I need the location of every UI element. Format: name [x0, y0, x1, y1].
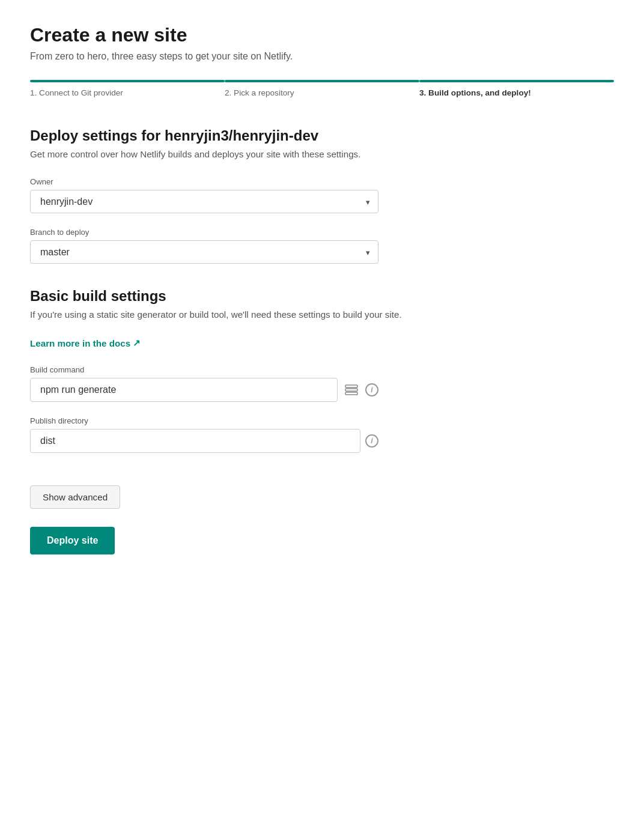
deploy-button-container: Deploy site	[30, 527, 614, 554]
build-command-input-row: i	[30, 378, 378, 402]
deploy-settings-subtitle: Get more control over how Netlify builds…	[30, 149, 614, 159]
svg-rect-2	[345, 392, 357, 395]
publish-dir-input-row: i	[30, 429, 378, 453]
publish-dir-label: Publish directory	[30, 416, 378, 425]
learn-more-label: Learn more in the docs	[30, 338, 130, 348]
page-subtitle: From zero to hero, three easy steps to g…	[30, 51, 614, 62]
learn-more-arrow-icon: ↗	[133, 338, 141, 348]
branch-select[interactable]: master main develop	[30, 240, 378, 264]
page-title: Create a new site	[30, 24, 614, 46]
step-2-bar	[225, 80, 419, 82]
build-command-info-icon: i	[365, 383, 378, 396]
owner-select-wrapper: henryjin-dev ▾	[30, 190, 378, 213]
branch-field-group: Branch to deploy master main develop ▾	[30, 228, 378, 264]
publish-dir-input[interactable]	[30, 429, 360, 453]
step-3-bar	[419, 80, 614, 82]
step-3-label: 3. Build options, and deploy!	[419, 86, 614, 97]
build-settings-title: Basic build settings	[30, 288, 614, 305]
steps-progress: 1. Connect to Git provider 2. Pick a rep…	[30, 80, 614, 97]
deploy-settings-title: Deploy settings for henryjin3/henryjin-d…	[30, 127, 614, 144]
step-1: 1. Connect to Git provider	[30, 80, 225, 97]
build-command-input[interactable]	[30, 378, 338, 402]
step-2-label: 2. Pick a repository	[225, 86, 419, 97]
owner-field-group: Owner henryjin-dev ▾	[30, 177, 378, 213]
deploy-site-button[interactable]: Deploy site	[30, 527, 115, 554]
step-1-bar	[30, 80, 225, 82]
build-command-field-group: Build command i	[30, 365, 378, 402]
publish-dir-field-group: Publish directory i	[30, 416, 378, 453]
step-1-label: 1. Connect to Git provider	[30, 86, 225, 97]
learn-more-link[interactable]: Learn more in the docs ↗	[30, 338, 141, 348]
build-settings-section: Basic build settings If you're using a s…	[30, 288, 614, 453]
show-advanced-button[interactable]: Show advanced	[30, 485, 120, 509]
step-3: 3. Build options, and deploy!	[419, 80, 614, 97]
branch-label: Branch to deploy	[30, 228, 378, 237]
owner-label: Owner	[30, 177, 378, 186]
publish-dir-info-icon: i	[365, 434, 378, 448]
svg-rect-0	[345, 385, 357, 387]
show-advanced-container: Show advanced	[30, 467, 614, 527]
branch-select-wrapper: master main develop ▾	[30, 240, 378, 264]
build-command-label: Build command	[30, 365, 378, 374]
step-2: 2. Pick a repository	[225, 80, 419, 97]
owner-select[interactable]: henryjin-dev	[30, 190, 378, 213]
build-settings-subtitle: If you're using a static site generator …	[30, 309, 614, 320]
svg-rect-1	[345, 389, 357, 391]
build-command-template-icon[interactable]	[342, 382, 360, 398]
